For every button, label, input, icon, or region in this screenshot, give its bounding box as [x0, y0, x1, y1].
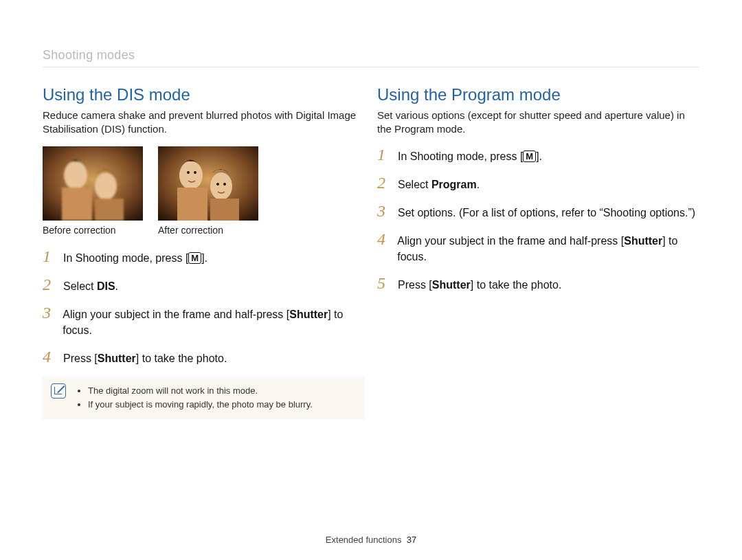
step-text: Align your subject in the frame and half… [397, 231, 699, 265]
column-left: Using the DIS mode Reduce camera shake a… [43, 85, 365, 419]
step-text-pre: In Shooting mode, press [ [398, 150, 523, 162]
column-right: Using the Program mode Set various optio… [377, 85, 699, 419]
photo-before-svg [43, 146, 143, 221]
steps-dis: 1 In Shooting mode, press [M]. 2 Select … [43, 248, 365, 367]
step-4-right: 4 Align your subject in the frame and ha… [377, 231, 699, 265]
heading-program-mode: Using the Program mode [377, 85, 699, 104]
svg-point-12 [216, 183, 219, 186]
photo-comparison-row: Before correction [43, 146, 365, 236]
step-text: Set options. (For a list of options, ref… [398, 203, 695, 221]
svg-point-7 [210, 172, 232, 200]
photo-before [43, 146, 143, 221]
photo-after-svg [158, 146, 258, 221]
footer-section: Extended functions [326, 535, 402, 545]
step-number: 1 [43, 248, 58, 265]
step-number: 3 [377, 203, 392, 219]
step-text: In Shooting mode, press [M]. [398, 146, 542, 164]
caption-after: After correction [158, 225, 258, 236]
footer-page-number: 37 [407, 535, 416, 545]
step-number: 5 [377, 275, 392, 291]
svg-point-2 [95, 172, 117, 200]
svg-rect-0 [43, 146, 143, 221]
step-text: Press [Shutter] to take the photo. [398, 275, 561, 293]
step-number: 4 [43, 348, 58, 365]
photo-before-block: Before correction [43, 146, 143, 236]
step-1-right: 1 In Shooting mode, press [M]. [377, 146, 699, 164]
caption-before: Before correction [43, 225, 143, 236]
svg-point-11 [194, 171, 196, 174]
step-1-left: 1 In Shooting mode, press [M]. [43, 248, 365, 266]
breadcrumb: Shooting modes [43, 48, 699, 63]
step-text: Select Program. [398, 175, 480, 192]
step-text: Align your subject in the frame and half… [63, 304, 365, 338]
page: Shooting modes Using the DIS mode Reduce… [0, 0, 742, 560]
step-text: Press [Shutter] to take the photo. [63, 348, 227, 366]
steps-program: 1 In Shooting mode, press [M]. 2 Select … [377, 146, 699, 293]
step-2-right: 2 Select Program. [377, 175, 699, 192]
svg-rect-3 [62, 188, 92, 221]
two-column-layout: Using the DIS mode Reduce camera shake a… [43, 85, 699, 419]
step-text: Select DIS. [63, 276, 118, 294]
svg-point-6 [179, 161, 203, 190]
svg-rect-4 [95, 199, 124, 221]
step-number: 2 [43, 276, 58, 293]
svg-point-13 [223, 183, 226, 186]
svg-rect-5 [158, 146, 258, 221]
step-3-right: 3 Set options. (For a list of options, r… [377, 203, 699, 221]
step-3-left: 3 Align your subject in the frame and ha… [43, 304, 365, 338]
note-box: The digital zoom will not work in this m… [43, 377, 365, 418]
step-text-post: ]. [536, 150, 542, 162]
step-text-post: ]. [201, 252, 207, 264]
step-number: 2 [377, 175, 392, 191]
heading-dis-mode: Using the DIS mode [43, 85, 365, 104]
step-4-left: 4 Press [Shutter] to take the photo. [43, 348, 365, 366]
note-item: The digital zoom will not work in this m… [88, 385, 355, 397]
svg-point-10 [187, 171, 190, 174]
step-2-left: 2 Select DIS. [43, 276, 365, 294]
step-number: 3 [43, 304, 57, 321]
note-item: If your subject is moving rapidly, the p… [88, 399, 355, 411]
note-icon [51, 383, 66, 399]
svg-rect-9 [210, 199, 239, 221]
svg-rect-8 [177, 188, 207, 221]
step-number: 1 [377, 146, 392, 163]
breadcrumb-underline [43, 67, 699, 67]
mode-icon: M [523, 150, 536, 162]
step-text-pre: In Shooting mode, press [ [63, 252, 188, 264]
step-5-right: 5 Press [Shutter] to take the photo. [377, 275, 699, 293]
mode-icon: M [188, 252, 201, 264]
svg-point-1 [64, 161, 87, 190]
photo-after [158, 146, 258, 221]
intro-dis: Reduce camera shake and prevent blurred … [43, 109, 365, 137]
step-number: 4 [377, 231, 392, 247]
note-list: The digital zoom will not work in this m… [77, 385, 355, 410]
page-footer: Extended functions 37 [0, 535, 742, 545]
step-text: In Shooting mode, press [M]. [63, 248, 207, 266]
intro-program: Set various options (except for shutter … [377, 109, 699, 137]
photo-after-block: After correction [158, 146, 258, 236]
